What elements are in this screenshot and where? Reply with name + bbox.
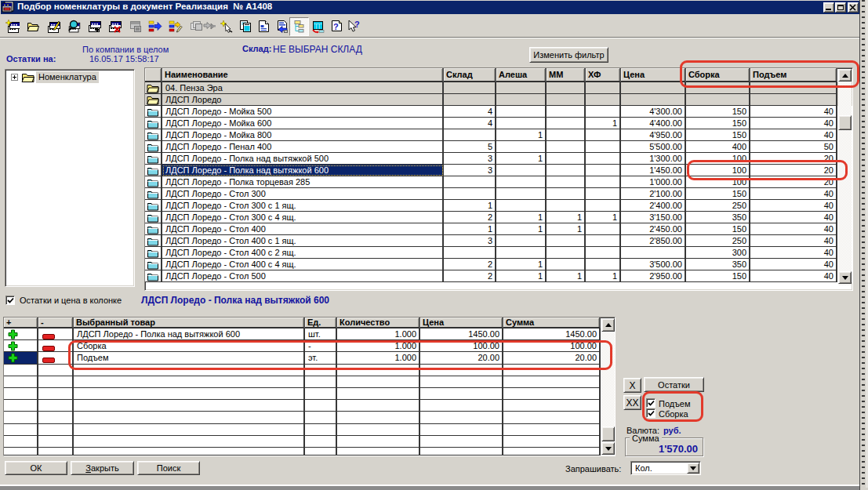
svg-text:?: ? bbox=[354, 20, 360, 29]
svg-text:?: ? bbox=[333, 22, 339, 31]
